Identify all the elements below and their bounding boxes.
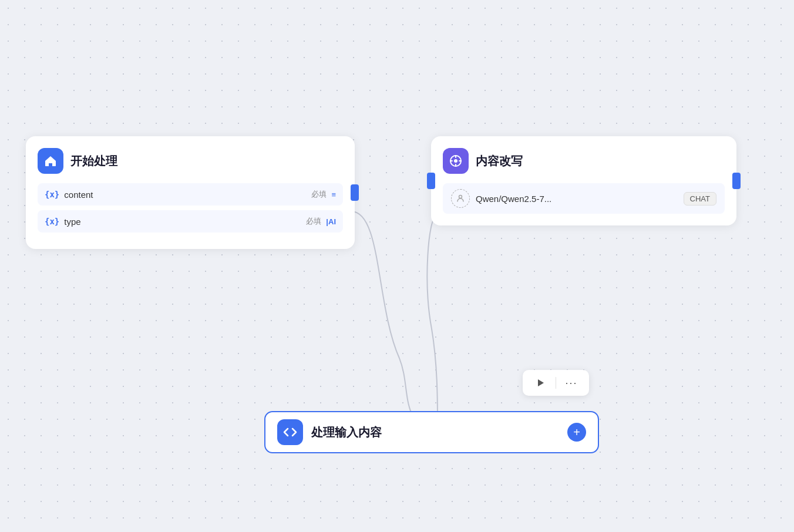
model-row: Qwen/Qwen2.5-7... CHAT: [443, 183, 725, 214]
more-button[interactable]: ···: [563, 375, 580, 391]
model-icon: [451, 189, 470, 208]
start-node: 开始处理 {x} content 必填 ≡ {x} type 必填 |AI: [26, 136, 355, 249]
node-toolbar: ···: [523, 370, 589, 396]
svg-marker-7: [538, 379, 544, 386]
field-content: {x} content 必填 ≡: [38, 183, 343, 206]
process-input-node: 处理输入内容 +: [264, 411, 599, 453]
start-node-title: 开始处理: [70, 153, 117, 169]
field-content-name: content: [64, 190, 93, 200]
chat-badge: CHAT: [684, 192, 716, 206]
var-icon-content: {x}: [45, 190, 59, 199]
start-node-icon: [38, 148, 63, 174]
more-icon: ···: [565, 378, 577, 388]
content-rewrite-title: 内容改写: [476, 153, 523, 169]
model-name: Qwen/Qwen2.5-7...: [476, 194, 678, 204]
add-button[interactable]: +: [567, 423, 586, 442]
play-icon: [536, 379, 544, 387]
field-type: {x} type 必填 |AI: [38, 210, 343, 233]
toolbar-divider: [556, 377, 556, 389]
play-button[interactable]: [532, 375, 549, 391]
field-content-required: 必填: [311, 189, 327, 200]
svg-point-6: [459, 196, 462, 198]
start-node-header: 开始处理: [38, 148, 343, 174]
home-icon: [43, 154, 58, 168]
code-icon: [283, 425, 297, 439]
field-content-type: ≡: [331, 190, 336, 199]
content-rewrite-node: 内容改写 Qwen/Qwen2.5-7... CHAT: [431, 136, 736, 225]
content-rewrite-node-icon: [443, 148, 469, 174]
field-type-name: type: [64, 217, 80, 227]
content-rewrite-node-header: 内容改写: [443, 148, 725, 174]
start-node-right-port[interactable]: [351, 184, 359, 201]
workflow-canvas: 开始处理 {x} content 必填 ≡ {x} type 必填 |AI: [0, 0, 794, 532]
process-input-title: 处理输入内容: [311, 425, 559, 440]
svg-point-1: [454, 159, 457, 163]
process-input-icon: [277, 419, 303, 445]
model-avatar-icon: [456, 194, 465, 203]
field-type-type: |AI: [326, 217, 336, 226]
field-type-required: 必填: [306, 216, 321, 227]
content-rewrite-right-port[interactable]: [732, 173, 741, 189]
content-rewrite-left-port[interactable]: [427, 173, 435, 189]
var-icon-type: {x}: [45, 217, 59, 226]
gear-circle-icon: [448, 153, 463, 169]
